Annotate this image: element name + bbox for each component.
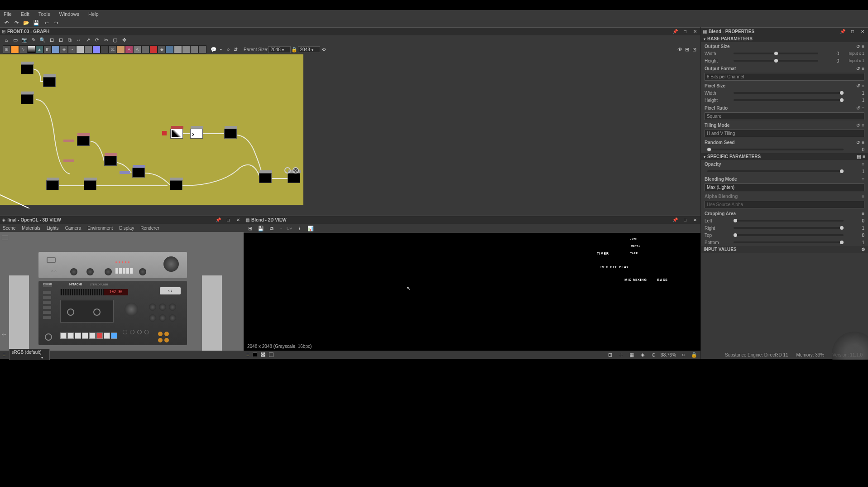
comment-icon[interactable]: 💬: [210, 46, 217, 53]
reset-icon[interactable]: ↺: [856, 66, 860, 71]
menu-icon[interactable]: ≡: [862, 177, 864, 182]
blending-mode-select[interactable]: Max (Lighten): [705, 183, 864, 191]
specific-parameters-header[interactable]: SPECIFIC PARAMETERS ▤≡: [701, 153, 868, 160]
graph-node[interactable]: [84, 180, 96, 190]
menu-icon[interactable]: ≡: [862, 211, 864, 216]
random-seed-slider[interactable]: [707, 149, 844, 150]
reset-icon[interactable]: ↺: [856, 106, 860, 111]
node-channels[interactable]: [101, 45, 109, 53]
frame-icon[interactable]: ▢: [111, 36, 119, 43]
maximize-icon[interactable]: □: [681, 217, 689, 224]
menu-file[interactable]: File: [4, 11, 12, 17]
view3d-canvas[interactable]: ⊹: [0, 232, 244, 351]
maximize-icon[interactable]: □: [225, 217, 232, 224]
pixel-height-value[interactable]: 1: [846, 98, 864, 103]
reset-icon[interactable]: ↺: [856, 123, 860, 128]
menu-icon[interactable]: ≡: [862, 44, 864, 49]
width-slider[interactable]: [734, 53, 818, 54]
lock-icon[interactable]: 🔒: [691, 351, 698, 358]
info-icon[interactable]: i: [296, 225, 303, 232]
node-normal[interactable]: [92, 45, 101, 53]
width-value[interactable]: 0: [821, 51, 839, 56]
menu-camera[interactable]: Camera: [65, 226, 82, 231]
gear-icon[interactable]: ⚙: [861, 247, 865, 252]
node-g2[interactable]: [182, 45, 190, 53]
node-blur[interactable]: [52, 45, 60, 53]
crop-right-slider[interactable]: [734, 227, 844, 229]
forward-icon[interactable]: ↷: [13, 19, 20, 26]
menu-windows[interactable]: Windows: [59, 11, 79, 17]
random-seed-value[interactable]: 0: [846, 147, 864, 152]
node-g4[interactable]: [198, 45, 206, 53]
zoom-icon[interactable]: 🔍: [39, 36, 46, 43]
base-parameters-header[interactable]: BASE PARAMETERS: [701, 35, 868, 42]
graph-node[interactable]: [132, 168, 145, 178]
fit-icon[interactable]: ⊡: [48, 36, 55, 43]
open-icon[interactable]: 📂: [23, 19, 30, 26]
node-text[interactable]: A: [125, 45, 133, 53]
pixel-width-value[interactable]: 1: [846, 91, 864, 96]
node-fx2[interactable]: ◆: [158, 45, 166, 53]
graph-node[interactable]: [77, 136, 90, 146]
save-icon[interactable]: 💾: [257, 225, 264, 232]
bg-outline-icon[interactable]: [269, 352, 273, 357]
crop-bottom-slider[interactable]: [734, 241, 844, 243]
dup-icon[interactable]: ⧉: [66, 36, 73, 43]
dot-icon[interactable]: ○: [225, 46, 232, 53]
link-icon[interactable]: ↔: [75, 36, 82, 43]
menu-scene[interactable]: Scene: [3, 226, 15, 231]
node-tile[interactable]: [166, 45, 174, 53]
graph-node[interactable]: [170, 129, 183, 139]
node-fx[interactable]: [149, 45, 158, 53]
save-icon[interactable]: 💾: [33, 19, 40, 26]
crop-left-slider[interactable]: [734, 220, 844, 222]
graph-node[interactable]: [21, 64, 34, 74]
arrow-icon[interactable]: ↗: [84, 36, 91, 43]
histogram-icon[interactable]: 📊: [307, 225, 314, 232]
height-slider[interactable]: [734, 60, 818, 62]
view-mode-1-icon[interactable]: 👁: [676, 46, 683, 53]
menu-icon[interactable]: ≡: [862, 83, 864, 88]
alpha-blending-select[interactable]: Use Source Alpha: [705, 201, 864, 208]
crop-bottom-value[interactable]: 1: [846, 240, 864, 245]
reset-icon[interactable]: ↺: [856, 140, 860, 145]
graph-node[interactable]: [259, 173, 272, 183]
menu-icon[interactable]: ≡: [862, 123, 864, 128]
menu-help[interactable]: Help: [88, 11, 99, 17]
ruler-icon[interactable]: ⊹: [617, 351, 624, 358]
menu-renderer[interactable]: Renderer: [140, 226, 159, 231]
pixel-width-slider[interactable]: [734, 92, 844, 94]
collapse-icon[interactable]: ⊟: [57, 36, 64, 43]
list-icon[interactable]: ▤: [857, 154, 861, 159]
height-value[interactable]: 0: [821, 58, 839, 63]
node-tool-1[interactable]: ⊞: [3, 45, 11, 53]
menu-icon[interactable]: ≡: [862, 194, 864, 199]
node-warp[interactable]: ~: [68, 45, 76, 53]
menu-tools[interactable]: Tools: [38, 11, 50, 17]
pixel-height-slider[interactable]: [734, 99, 844, 101]
center-icon[interactable]: ⊙: [650, 351, 657, 358]
colorspace-dropdown[interactable]: sRGB (default): [9, 349, 50, 361]
crop-top-value[interactable]: 0: [846, 233, 864, 238]
view-mode-3-icon[interactable]: ⊡: [691, 46, 698, 53]
close-icon[interactable]: ✕: [859, 28, 866, 35]
node-dist[interactable]: D1: [109, 45, 117, 53]
pin-icon[interactable]: 📌: [671, 217, 679, 224]
output-format-select[interactable]: 8 Bits per Channel: [705, 73, 864, 81]
bg-black-icon[interactable]: [253, 352, 257, 357]
snap-icon[interactable]: ▦: [628, 351, 635, 358]
node-svg[interactable]: A: [133, 45, 141, 53]
pin-icon[interactable]: 📌: [839, 28, 846, 35]
refresh-icon[interactable]: ⟳: [93, 36, 101, 43]
close-icon[interactable]: ✕: [235, 217, 242, 224]
pin-node-icon[interactable]: •: [217, 46, 225, 53]
menu-edit[interactable]: Edit: [21, 11, 29, 17]
menu-display[interactable]: Display: [119, 226, 134, 231]
pixel-ratio-select[interactable]: Square: [705, 112, 864, 120]
opacity-value[interactable]: 1: [846, 169, 864, 174]
node-uniform-color[interactable]: [11, 45, 19, 53]
tile-icon[interactable]: ◈: [639, 351, 646, 358]
zoom-reset-icon[interactable]: ○: [680, 351, 687, 358]
graph-node[interactable]: [21, 94, 34, 104]
eyedropper-icon[interactable]: ✎: [30, 36, 37, 43]
